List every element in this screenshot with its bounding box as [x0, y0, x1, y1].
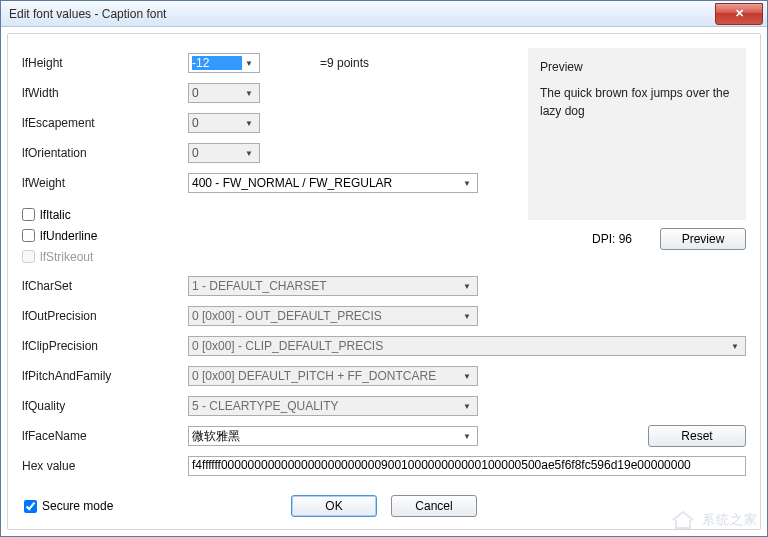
lforientation-input — [192, 146, 242, 160]
main-panel: lfHeight ▼ =9 points lfWidth ▼ — [7, 33, 761, 530]
lfheight-spin[interactable]: ▼ — [188, 53, 260, 73]
lfclipprecision-combo: 0 [0x00] - CLIP_DEFAULT_PRECIS ▼ — [188, 336, 746, 356]
preview-column: Preview The quick brown fox jumps over t… — [528, 48, 746, 331]
chevron-down-icon: ▼ — [460, 372, 474, 381]
lfunderline-check[interactable]: lfUnderline — [22, 225, 522, 246]
lfheight-input[interactable] — [192, 56, 242, 70]
label-lfpitchandfamily: lfPitchAndFamily — [22, 369, 188, 383]
label-lffacename: lfFaceName — [22, 429, 188, 443]
lfweight-value: 400 - FW_NORMAL / FW_REGULAR — [192, 176, 460, 190]
lfoutprecision-value: 0 [0x00] - OUT_DEFAULT_PRECIS — [192, 309, 460, 323]
lforientation-spin: ▼ — [188, 143, 260, 163]
preview-title: Preview — [540, 58, 734, 76]
fields-column: lfHeight ▼ =9 points lfWidth ▼ — [22, 48, 522, 331]
chevron-down-icon[interactable]: ▼ — [460, 432, 474, 441]
lfpitchandfamily-combo: 0 [0x00] DEFAULT_PITCH + FF_DONTCARE ▼ — [188, 366, 478, 386]
secure-mode-checkbox[interactable] — [24, 500, 37, 513]
label-lforientation: lfOrientation — [22, 146, 188, 160]
label-lfweight: lfWeight — [22, 176, 188, 190]
preview-sample: The quick brown fox jumps over the lazy … — [540, 84, 734, 120]
lfstrikeout-checkbox — [22, 250, 35, 263]
lfwidth-input — [192, 86, 242, 100]
lfunderline-checkbox[interactable] — [22, 229, 35, 242]
chevron-down-icon[interactable]: ▼ — [242, 59, 256, 68]
lfitalic-check[interactable]: lfItalic — [22, 204, 522, 225]
dialog-window: Edit font values - Caption font ✕ lfHeig… — [0, 0, 768, 537]
hex-value-text: f4ffffff00000000000000000000000090010000… — [192, 458, 691, 472]
dpi-label: DPI: 96 — [592, 232, 632, 246]
label-lfquality: lfQuality — [22, 399, 188, 413]
lfescapement-input — [192, 116, 242, 130]
lfheight-points: =9 points — [320, 56, 369, 70]
chevron-down-icon: ▼ — [460, 282, 474, 291]
lfstrikeout-check: lfStrikeout — [22, 246, 522, 267]
titlebar[interactable]: Edit font values - Caption font ✕ — [1, 1, 767, 27]
label-lfwidth: lfWidth — [22, 86, 188, 100]
reset-button[interactable]: Reset — [648, 425, 746, 447]
chevron-down-icon: ▼ — [728, 342, 742, 351]
lfcharset-combo: 1 - DEFAULT_CHARSET ▼ — [188, 276, 478, 296]
preview-button[interactable]: Preview — [660, 228, 746, 250]
chevron-down-icon: ▼ — [460, 312, 474, 321]
chevron-down-icon: ▼ — [242, 119, 256, 128]
hex-value-field[interactable]: f4ffffff00000000000000000000000090010000… — [188, 456, 746, 476]
chevron-down-icon: ▼ — [460, 402, 474, 411]
lffacename-combo[interactable]: 微软雅黑 ▼ — [188, 426, 478, 446]
cancel-button[interactable]: Cancel — [391, 495, 477, 517]
lfclipprecision-value: 0 [0x00] - CLIP_DEFAULT_PRECIS — [192, 339, 728, 353]
label-lfescapement: lfEscapement — [22, 116, 188, 130]
lfweight-combo[interactable]: 400 - FW_NORMAL / FW_REGULAR ▼ — [188, 173, 478, 193]
window-title: Edit font values - Caption font — [9, 7, 715, 21]
label-lfitalic: lfItalic — [40, 208, 71, 222]
lfitalic-checkbox[interactable] — [22, 208, 35, 221]
lfpitchandfamily-value: 0 [0x00] DEFAULT_PITCH + FF_DONTCARE — [192, 369, 460, 383]
lfquality-combo: 5 - CLEARTYPE_QUALITY ▼ — [188, 396, 478, 416]
chevron-down-icon: ▼ — [242, 89, 256, 98]
lfoutprecision-combo: 0 [0x00] - OUT_DEFAULT_PRECIS ▼ — [188, 306, 478, 326]
secure-mode-check[interactable]: Secure mode — [24, 496, 113, 517]
lfcharset-value: 1 - DEFAULT_CHARSET — [192, 279, 460, 293]
chevron-down-icon: ▼ — [242, 149, 256, 158]
label-lfcharset: lfCharSet — [22, 279, 188, 293]
lfquality-value: 5 - CLEARTYPE_QUALITY — [192, 399, 460, 413]
chevron-down-icon[interactable]: ▼ — [460, 179, 474, 188]
preview-box: Preview The quick brown fox jumps over t… — [528, 48, 746, 220]
close-button[interactable]: ✕ — [715, 3, 763, 25]
label-hexvalue: Hex value — [22, 459, 188, 473]
label-lfclipprecision: lfClipPrecision — [22, 339, 188, 353]
secure-mode-label: Secure mode — [42, 499, 113, 513]
lffacename-value: 微软雅黑 — [192, 428, 460, 445]
lfwidth-spin: ▼ — [188, 83, 260, 103]
lfescapement-spin: ▼ — [188, 113, 260, 133]
label-lfstrikeout: lfStrikeout — [40, 250, 93, 264]
label-lfheight: lfHeight — [22, 56, 188, 70]
label-lfunderline: lfUnderline — [40, 229, 97, 243]
label-lfoutprecision: lfOutPrecision — [22, 309, 188, 323]
client-area: lfHeight ▼ =9 points lfWidth ▼ — [1, 27, 767, 536]
ok-button[interactable]: OK — [291, 495, 377, 517]
bottom-bar: Secure mode OK Cancel — [22, 487, 746, 523]
